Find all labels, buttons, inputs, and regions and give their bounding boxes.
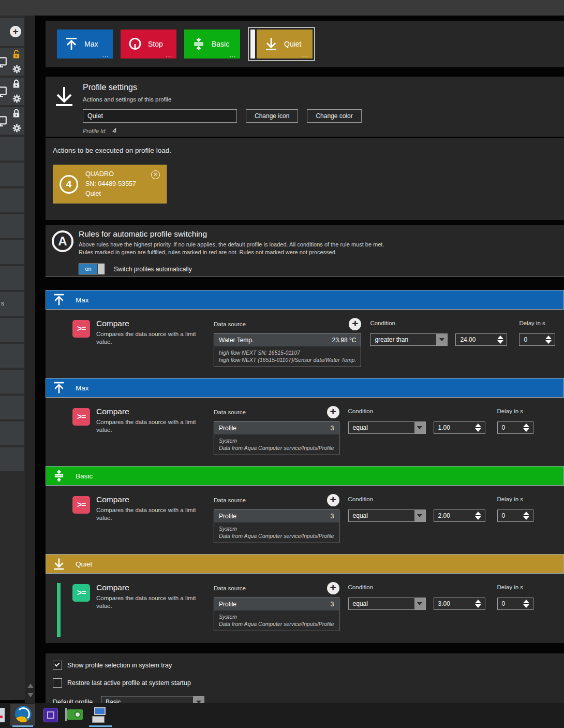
delay-spinner[interactable]: 0 (497, 421, 533, 434)
sidebar-item[interactable] (0, 421, 24, 445)
data-source-detail-2: Data from Aqua Computer service/Inputs/P… (219, 620, 334, 628)
rule-name: Max (76, 296, 89, 304)
profile-button-stop[interactable]: Stop ... (121, 30, 176, 59)
lock-icon[interactable] (11, 108, 22, 119)
rule-header[interactable]: Quiet (46, 554, 564, 574)
compare-title: Compare (96, 583, 200, 592)
rule-header[interactable]: Max (46, 290, 564, 310)
sidebar-item[interactable] (0, 163, 24, 186)
profile-button-quiet[interactable]: Quiet ... (257, 30, 313, 59)
sidebar-item-add-profile[interactable]: + (0, 18, 24, 46)
lock-open-icon[interactable] (11, 49, 22, 60)
aquasuite-icon[interactable] (15, 706, 32, 722)
limit-spinner[interactable]: 2.00 (434, 509, 485, 522)
delay-label: Delay in s (497, 582, 533, 594)
change-color-button[interactable]: Change color (307, 109, 361, 123)
circled-a-icon: A (52, 230, 73, 252)
delay-spinner[interactable]: 0 (497, 509, 533, 522)
rule-max-2: Max >= Compare Compares the data source … (46, 378, 564, 467)
limit-value: 24.00 (456, 336, 495, 343)
profile-load-actions-section: Actions to be executed on profile load. … (46, 138, 564, 220)
sidebar-item[interactable] (0, 396, 24, 419)
sidebar-item[interactable] (0, 447, 24, 471)
data-source-detail-1: System (219, 525, 334, 532)
sidebar-item[interactable] (0, 344, 24, 368)
data-source-box[interactable]: Profile 3 System Data from Aqua Computer… (214, 598, 339, 631)
condition-dropdown[interactable]: equal (348, 509, 426, 522)
chevron-down-icon (414, 510, 425, 521)
add-data-source-icon[interactable]: + (327, 582, 339, 594)
sidebar-item-display-1[interactable] (0, 48, 24, 76)
profile-button-basic[interactable]: Basic ... (184, 30, 240, 59)
data-source-detail-2: Data from Aqua Computer service/Inputs/P… (219, 532, 334, 540)
limit-spinner[interactable]: 3.00 (434, 598, 485, 610)
spinner-arrows-icon[interactable] (522, 600, 533, 608)
toggle-label: Switch profiles automatically (114, 266, 192, 273)
data-source-label: Data source (214, 321, 246, 327)
auto-switch-rules-section: A Rules for automatic profile switching … (46, 225, 564, 277)
rule-header[interactable]: Max (46, 378, 564, 398)
sidebar-item[interactable] (0, 266, 24, 290)
sidebar-item[interactable] (0, 137, 24, 161)
sidebar-item-display-2[interactable] (0, 78, 24, 105)
compare-icon: >= (72, 408, 90, 426)
rule-max-1: Max >= Compare Compares the data source … (46, 290, 564, 379)
spinner-arrows-icon[interactable] (473, 600, 485, 608)
limit-spinner[interactable]: 1.00 (434, 421, 485, 434)
sidebar-item[interactable] (0, 370, 24, 394)
scroll-down-icon[interactable] (27, 693, 34, 697)
delay-spinner[interactable]: 0 (519, 333, 555, 346)
add-data-source-icon[interactable]: + (327, 406, 339, 418)
rule-name: Basic (76, 472, 93, 480)
sidebar-item-display-3[interactable] (0, 107, 24, 135)
add-data-source-icon[interactable]: + (327, 494, 339, 506)
sidebar-item[interactable] (0, 240, 24, 264)
data-source-box[interactable]: Profile 3 System Data from Aqua Computer… (214, 509, 339, 543)
profile-button-label: Quiet (284, 40, 301, 48)
cpu-chip-icon[interactable] (43, 708, 58, 722)
remove-action-icon[interactable]: × (151, 170, 160, 179)
taskbar-app-partial[interactable] (0, 708, 5, 722)
rule-header[interactable]: Basic (46, 466, 564, 486)
change-icon-button[interactable]: Change icon (246, 109, 298, 123)
spinner-arrows-icon[interactable] (522, 512, 533, 520)
sidebar-item[interactable] (0, 188, 24, 212)
spinner-arrows-icon[interactable] (473, 424, 485, 432)
graphics-card-icon[interactable] (67, 709, 83, 720)
gear-icon[interactable] (11, 123, 22, 134)
spinner-arrows-icon[interactable] (543, 336, 555, 344)
device-action-card[interactable]: 4 QUADRO SN: 04489-53557 Quiet × (53, 165, 167, 203)
profile-name-input[interactable] (83, 109, 237, 123)
checkmark-icon (55, 662, 60, 667)
notification-dot (0, 716, 3, 718)
gear-icon[interactable] (11, 64, 22, 75)
restore-profile-checkbox[interactable] (53, 678, 62, 688)
spinner-arrows-icon[interactable] (522, 424, 533, 432)
add-data-source-icon[interactable]: + (349, 318, 361, 330)
spinner-arrows-icon[interactable] (495, 336, 507, 344)
data-source-box[interactable]: Water Temp. 23.98 °C high flow NEXT SN: … (214, 333, 361, 367)
data-source-name: Profile (219, 425, 236, 432)
delay-value: 0 (498, 424, 522, 431)
sidebar-scrollbar[interactable] (25, 16, 35, 703)
rule-name: Max (76, 384, 89, 392)
sidebar-item[interactable] (0, 214, 24, 238)
computer-icon[interactable] (92, 707, 109, 723)
condition-dropdown[interactable]: greater than (370, 333, 448, 346)
delay-spinner[interactable]: 0 (497, 598, 533, 610)
data-source-label: Data source (214, 585, 246, 591)
show-tray-checkbox[interactable] (53, 661, 62, 670)
sidebar-item[interactable]: s (0, 292, 24, 316)
sidebar-item[interactable] (0, 318, 24, 342)
scroll-up-icon[interactable] (27, 683, 34, 688)
data-source-box[interactable]: Profile 3 System Data from Aqua Computer… (214, 421, 339, 455)
gear-icon[interactable] (11, 93, 22, 104)
limit-spinner[interactable]: 24.00 (455, 333, 507, 346)
condition-dropdown[interactable]: equal (348, 598, 426, 610)
auto-switch-toggle[interactable]: on (79, 264, 105, 274)
profile-button-max[interactable]: Max ... (57, 30, 113, 59)
lock-icon[interactable] (11, 79, 22, 90)
condition-dropdown[interactable]: equal (348, 421, 426, 434)
spinner-arrows-icon[interactable] (473, 512, 485, 520)
quadro-badge-icon: 4 (60, 175, 78, 194)
